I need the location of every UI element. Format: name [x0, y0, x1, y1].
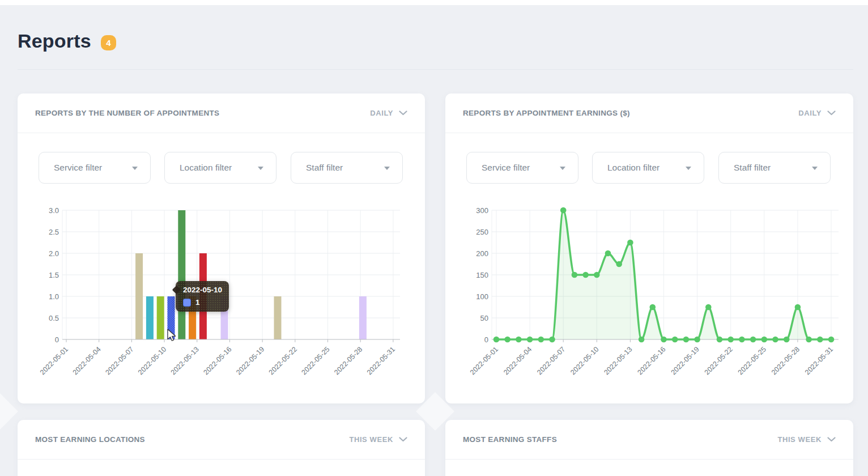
svg-text:2022-05-04: 2022-05-04	[502, 345, 533, 376]
svg-text:2022-05-07: 2022-05-07	[104, 345, 135, 376]
svg-text:2022-05-16: 2022-05-16	[202, 345, 233, 376]
earnings-line-chart[interactable]: 0501001502002503002022-05-012022-05-0420…	[445, 94, 853, 403]
svg-text:200: 200	[476, 249, 488, 258]
appointments-report-card: REPORTS BY THE NUMBER OF APPOINTMENTS DA…	[18, 94, 425, 403]
svg-text:2022-05-22: 2022-05-22	[703, 345, 734, 376]
background-diamond-decoration	[0, 392, 18, 431]
card-title-staffs: MOST EARNING STAFFS	[463, 435, 557, 444]
period-label: THIS WEEK	[349, 435, 393, 444]
most-earning-staffs-card: MOST EARNING STAFFS THIS WEEK	[445, 420, 853, 476]
svg-text:2.0: 2.0	[49, 249, 59, 258]
tooltip-value: 1	[195, 298, 200, 307]
earnings-report-card: REPORTS BY APPOINTMENT EARNINGS ($) DAIL…	[445, 94, 853, 403]
svg-text:2022-05-25: 2022-05-25	[300, 345, 331, 376]
mouse-cursor	[166, 329, 178, 342]
svg-text:250: 250	[476, 228, 488, 236]
svg-text:3.0: 3.0	[49, 206, 59, 215]
period-dropdown-locations[interactable]: THIS WEEK	[349, 435, 407, 444]
svg-text:2022-05-22: 2022-05-22	[267, 345, 299, 376]
svg-text:300: 300	[476, 206, 488, 215]
svg-text:2022-05-19: 2022-05-19	[670, 345, 701, 376]
period-dropdown-staffs[interactable]: THIS WEEK	[777, 435, 836, 444]
card-title-locations: MOST EARNING LOCATIONS	[35, 435, 145, 444]
svg-text:50: 50	[480, 314, 488, 322]
top-strip	[0, 0, 868, 5]
svg-text:0: 0	[484, 335, 488, 344]
tooltip-date: 2022-05-10	[183, 286, 222, 294]
reports-page: Reports 4 REPORTS BY THE NUMBER OF APPOI…	[0, 0, 868, 476]
tooltip-series-swatch	[183, 299, 191, 307]
svg-text:2022-05-28: 2022-05-28	[333, 345, 364, 376]
svg-text:2022-05-13: 2022-05-13	[169, 345, 201, 376]
header-divider	[18, 69, 853, 70]
svg-text:2022-05-16: 2022-05-16	[636, 345, 667, 376]
svg-text:2022-05-04: 2022-05-04	[71, 345, 103, 376]
svg-text:2022-05-13: 2022-05-13	[602, 345, 633, 376]
period-label: THIS WEEK	[777, 435, 822, 444]
svg-text:1.5: 1.5	[49, 271, 59, 279]
svg-text:2022-05-07: 2022-05-07	[535, 345, 567, 376]
chevron-down-icon	[827, 437, 836, 442]
svg-text:2022-05-25: 2022-05-25	[737, 345, 768, 376]
svg-text:2022-05-19: 2022-05-19	[235, 345, 266, 376]
page-title: Reports	[18, 30, 91, 52]
chevron-down-icon	[399, 437, 407, 442]
svg-text:150: 150	[476, 271, 488, 279]
svg-text:0: 0	[55, 335, 59, 344]
svg-text:2.5: 2.5	[49, 228, 59, 236]
svg-text:2022-05-28: 2022-05-28	[770, 345, 801, 376]
svg-text:2022-05-10: 2022-05-10	[137, 345, 168, 376]
appointments-bar-chart[interactable]: 00.51.01.52.02.53.02022-05-012022-05-042…	[18, 94, 425, 403]
svg-text:100: 100	[476, 292, 488, 301]
svg-text:0.5: 0.5	[49, 314, 59, 322]
chart-tooltip: 2022-05-10 1	[176, 281, 229, 312]
svg-text:2022-05-10: 2022-05-10	[569, 345, 600, 376]
svg-text:2022-05-31: 2022-05-31	[365, 345, 397, 376]
reports-count-badge: 4	[101, 35, 116, 50]
svg-text:2022-05-01: 2022-05-01	[39, 345, 70, 376]
most-earning-locations-card: MOST EARNING LOCATIONS THIS WEEK	[18, 420, 425, 476]
svg-text:2022-05-31: 2022-05-31	[803, 345, 835, 376]
svg-text:2022-05-01: 2022-05-01	[469, 345, 500, 376]
svg-text:1.0: 1.0	[49, 292, 59, 301]
